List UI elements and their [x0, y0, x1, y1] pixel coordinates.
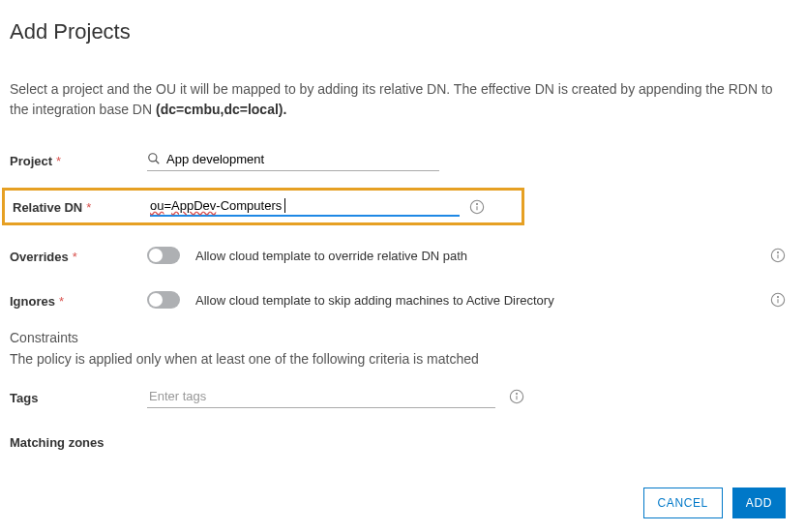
- page-title: Add Projects: [10, 19, 786, 44]
- overrides-toggle[interactable]: [147, 247, 180, 264]
- overrides-row: Overrides* Allow cloud template to overr…: [10, 239, 786, 272]
- ignores-label: Ignores*: [10, 292, 147, 309]
- constraints-sub: The policy is applied only when at least…: [10, 351, 786, 367]
- tags-input[interactable]: [147, 385, 495, 408]
- matching-zones-row: Matching zones: [10, 425, 786, 458]
- svg-point-10: [777, 296, 778, 297]
- ignores-row: Ignores* Allow cloud template to skip ad…: [10, 283, 786, 316]
- project-row: Project*: [10, 143, 786, 176]
- tags-row: Tags: [10, 380, 786, 413]
- svg-point-4: [476, 203, 477, 204]
- tags-label: Tags: [10, 389, 147, 405]
- matching-zones-label: Matching zones: [10, 433, 147, 450]
- svg-point-7: [777, 251, 778, 252]
- intro-text: Select a project and the OU it will be m…: [10, 79, 786, 120]
- info-icon[interactable]: [469, 199, 485, 215]
- ignores-desc: Allow cloud template to skip adding mach…: [195, 293, 755, 308]
- svg-point-0: [149, 154, 157, 162]
- info-icon[interactable]: [770, 292, 786, 308]
- ignores-toggle[interactable]: [147, 291, 180, 309]
- relative-dn-label: Relative DN*: [9, 198, 150, 215]
- constraints-heading: Constraints: [10, 330, 786, 345]
- project-label: Project*: [10, 152, 147, 168]
- svg-line-1: [156, 161, 160, 164]
- footer-actions: CANCEL ADD: [643, 488, 786, 518]
- project-input[interactable]: [147, 148, 439, 171]
- info-icon[interactable]: [509, 389, 524, 404]
- svg-point-13: [516, 393, 517, 394]
- relative-dn-input[interactable]: ou=AppDev-Computers: [150, 196, 460, 217]
- overrides-desc: Allow cloud template to override relativ…: [195, 249, 755, 263]
- cancel-button[interactable]: CANCEL: [643, 488, 723, 518]
- add-button[interactable]: ADD: [732, 488, 786, 518]
- relative-dn-row: Relative DN* ou=AppDev-Computers: [2, 188, 524, 225]
- info-icon[interactable]: [770, 248, 786, 263]
- overrides-label: Overrides*: [10, 248, 147, 264]
